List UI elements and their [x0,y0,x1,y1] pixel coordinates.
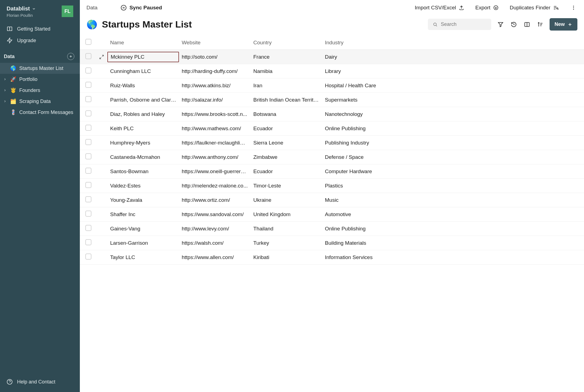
cell-industry[interactable]: Defense / Space [322,150,584,164]
export-button[interactable]: Export [475,5,499,11]
cell-country[interactable]: Timor-Leste [251,179,322,193]
table-row[interactable]: Keith PLChttp://www.mathews.com/EcuadorO… [80,121,584,136]
cell-name[interactable]: Keith PLC [107,121,179,136]
table-row[interactable]: Ruiz-Wallshttp://www.atkins.biz/IranHosp… [80,78,584,93]
cell-website[interactable]: https://www.sandoval.com/ [179,207,251,222]
table-row[interactable]: Parrish, Osborne and Clarkehttp://salaza… [80,93,584,107]
cell-website[interactable]: http://www.mathews.com/ [179,121,251,136]
cell-industry[interactable]: Hospital / Health Care [322,78,584,93]
cell-name[interactable]: Larsen-Garrison [107,236,179,250]
row-checkbox[interactable] [85,211,91,217]
sidebar-item-portfolio[interactable]: 🚀Portfolio [0,74,80,85]
new-button[interactable]: New [550,18,577,31]
row-checkbox[interactable] [85,110,91,116]
cell-country[interactable]: France [251,50,322,64]
table-row[interactable]: Young-Zavalahttp://www.ortiz.com/Ukraine… [80,193,584,207]
row-checkbox[interactable] [85,239,91,245]
cell-name[interactable]: Young-Zavala [107,193,179,207]
cell-website[interactable]: https://faulkner-mclaughlin.... [179,136,251,150]
cell-industry[interactable]: Online Publishing [322,222,584,236]
table-row[interactable]: Shaffer Inchttps://www.sandoval.com/Unit… [80,207,584,222]
cell-website[interactable]: https://walsh.com/ [179,236,251,250]
cell-website[interactable]: http://www.anthony.com/ [179,150,251,164]
cell-name[interactable]: Humphrey-Myers [107,136,179,150]
cell-country[interactable]: Ecuador [251,164,322,179]
cell-name[interactable]: Shaffer Inc [107,207,179,222]
row-checkbox[interactable] [85,168,91,174]
cell-industry[interactable]: Online Publishing [322,121,584,136]
expand-icon[interactable] [99,55,105,59]
cell-country[interactable]: Thailand [251,222,322,236]
row-checkbox[interactable] [85,53,91,59]
table-row[interactable]: Humphrey-Myershttps://faulkner-mclaughli… [80,136,584,150]
sort-button[interactable] [536,21,544,28]
table-row[interactable]: Valdez-Esteshttp://melendez-malone.co...… [80,179,584,193]
cell-industry[interactable]: Building Materials [322,236,584,250]
cell-industry[interactable]: Publishing Industry [322,136,584,150]
cell-country[interactable]: United Kingdom [251,207,322,222]
search-input[interactable] [441,21,486,27]
row-checkbox[interactable] [85,82,91,88]
cell-name[interactable]: Cunningham LLC [107,64,179,78]
cell-industry[interactable]: Library [322,64,584,78]
import-button[interactable]: Import CSV/Excel [415,5,464,11]
cell-website[interactable]: http://harding-duffy.com/ [179,64,251,78]
cell-industry[interactable]: Plastics [322,179,584,193]
table-row[interactable]: Taylor LLChttps://www.allen.com/Kiribati… [80,250,584,265]
row-checkbox[interactable] [85,196,91,202]
cell-website[interactable]: http://www.atkins.biz/ [179,78,251,93]
column-header-industry[interactable]: Industry [322,36,584,50]
row-checkbox[interactable] [85,125,91,131]
cell-website[interactable]: http://www.ortiz.com/ [179,193,251,207]
cell-industry[interactable]: Automotive [322,207,584,222]
table-row[interactable]: Santos-Bowmanhttps://www.oneill-guerrero… [80,164,584,179]
nav-upgrade[interactable]: Upgrade [0,35,80,46]
table-row[interactable]: Cunningham LLChttp://harding-duffy.com/N… [80,64,584,78]
table-row[interactable]: Castaneda-Mcmahonhttp://www.anthony.com/… [80,150,584,164]
cell-name[interactable]: Valdez-Estes [107,179,179,193]
cell-country[interactable]: Iran [251,78,322,93]
sidebar-item-startups-master-list[interactable]: 🌎Startups Master List [0,63,80,74]
table-row[interactable]: Diaz, Robles and Haleyhttps://www.brooks… [80,107,584,121]
cell-website[interactable]: https://www.brooks-scott.n... [179,107,251,121]
table-row[interactable]: Mckinney PLChttp://soto.com/FranceDairy [80,50,584,64]
cell-country[interactable]: Zimbabwe [251,150,322,164]
row-checkbox[interactable] [85,96,91,102]
cell-industry[interactable]: Nanotechnology [322,107,584,121]
column-header-name[interactable]: Name [107,36,179,50]
cell-country[interactable]: Namibia [251,64,322,78]
columns-button[interactable] [523,21,531,28]
cell-name[interactable]: Parrish, Osborne and Clarke [107,93,179,107]
cell-industry[interactable]: Supermarkets [322,93,584,107]
breadcrumb[interactable]: Data [86,5,97,11]
row-checkbox[interactable] [85,139,91,145]
cell-country[interactable]: Ecuador [251,121,322,136]
avatar[interactable]: FL [62,6,73,17]
select-all-checkbox[interactable] [85,39,91,45]
history-button[interactable] [510,21,518,28]
column-header-website[interactable]: Website [179,36,251,50]
row-checkbox[interactable] [85,225,91,231]
row-checkbox[interactable] [85,254,91,260]
sidebar-item-scraping-data[interactable]: 🗂️Scraping Data [0,96,80,107]
sidebar-item-contact-form-messages[interactable]: 💈Contact Form Messages [0,107,80,118]
cell-industry[interactable]: Dairy [322,50,584,64]
cell-name[interactable]: Gaines-Vang [107,222,179,236]
filter-button[interactable] [497,21,504,28]
nav-getting-started[interactable]: Getting Started [0,23,80,35]
cell-country[interactable]: Turkey [251,236,322,250]
row-checkbox[interactable] [85,153,91,159]
duplicates-button[interactable]: Duplicates Finder [510,5,559,11]
cell-country[interactable]: Kiribati [251,250,322,265]
cell-country[interactable]: Botswana [251,107,322,121]
add-collection-button[interactable] [67,53,74,60]
row-checkbox[interactable] [85,182,91,188]
cell-website[interactable]: http://soto.com/ [179,50,251,64]
cell-name[interactable]: Diaz, Robles and Haley [107,107,179,121]
cell-name[interactable]: Santos-Bowman [107,164,179,179]
sync-status[interactable]: Sync Paused [121,5,162,11]
search-box[interactable] [428,19,491,30]
cell-country[interactable]: Sierra Leone [251,136,322,150]
cell-website[interactable]: http://salazar.info/ [179,93,251,107]
cell-industry[interactable]: Music [322,193,584,207]
